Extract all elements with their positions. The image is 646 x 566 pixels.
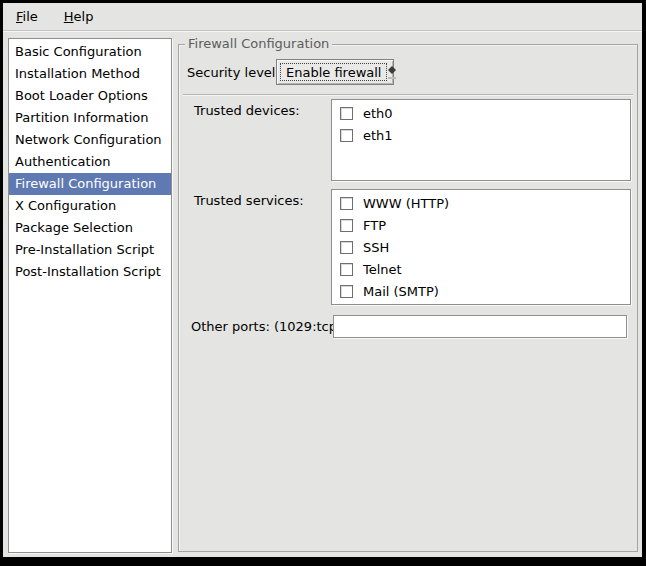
frame-title: Firewall Configuration bbox=[185, 36, 332, 51]
security-level-value: Enable firewall bbox=[280, 63, 387, 81]
sidebar-item-label: X Configuration bbox=[15, 198, 116, 213]
dropdown-updown-arrow-icon bbox=[388, 60, 396, 84]
sidebar-item-label: Partition Information bbox=[15, 110, 149, 125]
service-row: WWW (HTTP) bbox=[332, 192, 630, 214]
sidebar-item-label: Post-Installation Script bbox=[15, 264, 161, 279]
horizontal-separator bbox=[183, 94, 633, 95]
sidebar-item-label: Basic Configuration bbox=[15, 44, 142, 59]
sidebar-item-label: Boot Loader Options bbox=[15, 88, 148, 103]
security-level-dropdown[interactable]: Enable firewall bbox=[276, 59, 394, 85]
service-label: WWW (HTTP) bbox=[363, 196, 449, 211]
sidebar-item[interactable]: X Configuration bbox=[9, 195, 171, 217]
service-row: FTP bbox=[332, 214, 630, 236]
sidebar-item[interactable]: Package Selection bbox=[9, 217, 171, 239]
menubar: File Help bbox=[3, 3, 642, 31]
trusted-devices-list[interactable]: eth0 eth1 bbox=[331, 99, 631, 181]
service-label: SSH bbox=[363, 240, 389, 255]
other-ports-label: Other ports: (1029:tcp) bbox=[191, 319, 342, 334]
device-row: eth0 bbox=[332, 102, 630, 124]
trusted-devices-label: Trusted devices: bbox=[194, 103, 300, 118]
other-ports-input[interactable] bbox=[333, 315, 627, 338]
trusted-services-label: Trusted services: bbox=[194, 193, 304, 208]
menu-help[interactable]: Help bbox=[56, 5, 102, 28]
device-label: eth0 bbox=[363, 106, 393, 121]
service-label: Telnet bbox=[363, 262, 402, 277]
service-row: SSH bbox=[332, 236, 630, 258]
sidebar-item[interactable]: Installation Method bbox=[9, 63, 171, 85]
service-checkbox[interactable] bbox=[340, 285, 353, 298]
sidebar-item-label: Firewall Configuration bbox=[15, 176, 156, 191]
firewall-configuration-frame: Firewall Configuration Security level: E… bbox=[178, 44, 638, 552]
security-level-label: Security level: bbox=[187, 65, 280, 80]
menu-file[interactable]: File bbox=[8, 5, 46, 28]
sidebar-item[interactable]: Partition Information bbox=[9, 107, 171, 129]
sidebar-item[interactable]: Post-Installation Script bbox=[9, 261, 171, 283]
device-row: eth1 bbox=[332, 124, 630, 146]
sidebar-item-label: Authentication bbox=[15, 154, 110, 169]
sidebar-item-label: Package Selection bbox=[15, 220, 133, 235]
sidebar-item[interactable]: Basic Configuration bbox=[9, 41, 171, 63]
sidebar-item[interactable]: Firewall Configuration bbox=[9, 173, 171, 195]
service-label: FTP bbox=[363, 218, 386, 233]
service-checkbox[interactable] bbox=[340, 241, 353, 254]
trusted-services-list[interactable]: WWW (HTTP) FTP SSH Telnet bbox=[331, 189, 631, 305]
sidebar-item-label: Network Configuration bbox=[15, 132, 162, 147]
sidebar-item[interactable]: Network Configuration bbox=[9, 129, 171, 151]
service-checkbox[interactable] bbox=[340, 197, 353, 210]
device-checkbox[interactable] bbox=[340, 129, 353, 142]
device-label: eth1 bbox=[363, 128, 393, 143]
device-checkbox[interactable] bbox=[340, 107, 353, 120]
sidebar-item[interactable]: Authentication bbox=[9, 151, 171, 173]
service-row: Mail (SMTP) bbox=[332, 280, 630, 302]
section-list[interactable]: Basic Configuration Installation Method … bbox=[8, 38, 172, 553]
sidebar-item-label: Pre-Installation Script bbox=[15, 242, 154, 257]
sidebar-item[interactable]: Pre-Installation Script bbox=[9, 239, 171, 261]
sidebar-item[interactable]: Boot Loader Options bbox=[9, 85, 171, 107]
sidebar-item-label: Installation Method bbox=[15, 66, 140, 81]
kickstart-configurator-window: File Help Basic Configuration Installati… bbox=[3, 3, 642, 557]
service-checkbox[interactable] bbox=[340, 263, 353, 276]
service-row: Telnet bbox=[332, 258, 630, 280]
service-label: Mail (SMTP) bbox=[363, 284, 439, 299]
service-checkbox[interactable] bbox=[340, 219, 353, 232]
